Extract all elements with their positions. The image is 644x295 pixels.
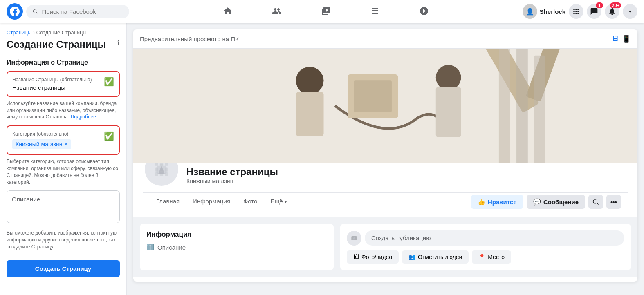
preview-header: Предварительный просмотр на ПК 🖥 📱 xyxy=(133,29,637,49)
preview-page-category: Книжный магазин xyxy=(186,178,628,184)
mobile-preview-icon[interactable]: 📱 xyxy=(622,34,631,43)
preview-content: Нзвание страницы Книжный магазин Главная… xyxy=(133,49,637,282)
thumbsup-icon: 👍 xyxy=(478,198,485,206)
photo-icon: 🖼 xyxy=(353,254,359,260)
category-remove-btn[interactable]: ✕ xyxy=(64,141,68,147)
notifications-btn[interactable]: 20+ xyxy=(605,4,619,19)
search-page-button[interactable] xyxy=(588,195,603,209)
category-check-icon: ✅ xyxy=(104,131,114,141)
preview-container: Предварительный просмотр на ПК 🖥 📱 xyxy=(133,29,637,282)
avatar: 👤 xyxy=(523,4,537,19)
nav-people-btn[interactable] xyxy=(254,2,300,21)
place-button[interactable]: 📍 Место xyxy=(472,250,511,264)
svg-point-11 xyxy=(436,65,461,90)
tag-people-button[interactable]: 👥 Отметить людей xyxy=(402,250,469,264)
cover-photo xyxy=(133,49,637,163)
category-tag[interactable]: Книжный магазин ✕ xyxy=(12,139,71,149)
preview-page-name: Нзвание страницы xyxy=(186,166,628,178)
svg-rect-13 xyxy=(499,49,510,163)
category-field-label: Категория (обязательно) xyxy=(12,131,114,137)
left-panel: Страницы › Создание Страницы Создание Ст… xyxy=(0,23,127,295)
search-box[interactable] xyxy=(26,5,129,18)
username-label: Sherlock xyxy=(540,8,565,15)
nav-video-btn[interactable] xyxy=(303,2,349,21)
svg-rect-14 xyxy=(516,49,528,163)
desktop-preview-icon[interactable]: 🖥 xyxy=(611,34,619,43)
page-title: Создание Страницы xyxy=(7,39,106,51)
breadcrumb: Страницы › Создание Страницы xyxy=(7,29,120,36)
apps-menu-btn[interactable] xyxy=(569,4,583,19)
nav-store-btn[interactable] xyxy=(352,2,398,21)
people-tag-icon: 👥 xyxy=(408,254,415,260)
info-card: Информация ℹ️ Описание xyxy=(140,224,334,270)
breadcrumb-pages-link[interactable]: Страницы xyxy=(7,29,31,36)
description-field[interactable]: Описание xyxy=(7,190,120,223)
tab-photos[interactable]: Фото xyxy=(237,193,264,211)
info-card-description-item: ℹ️ Описание xyxy=(146,244,327,251)
info-icon[interactable]: ℹ xyxy=(117,39,120,47)
tab-home[interactable]: Главная xyxy=(150,193,186,211)
messenger-btn[interactable]: 1 xyxy=(587,4,601,19)
like-button[interactable]: 👍 Нравится xyxy=(471,195,523,209)
post-card: Создать публикацию 🖼 Фото/видео 👥 Отмети… xyxy=(340,224,631,270)
page-tabs: Главная Информация Фото Ещё ▾ 👍 Нравится… xyxy=(143,192,628,211)
name-helper-text: Используйте название вашей компании, бре… xyxy=(7,100,120,121)
nav-groups-btn[interactable] xyxy=(401,2,447,21)
svg-rect-12 xyxy=(436,87,461,137)
category-helper-text: Выберите категорию, которая описывает ти… xyxy=(7,158,120,185)
messenger-small-icon: 💬 xyxy=(533,198,541,206)
svg-rect-8 xyxy=(296,92,324,136)
message-button[interactable]: 💬 Сообщение xyxy=(527,195,585,209)
section-title: Информация о Странице xyxy=(7,59,120,66)
top-navigation: 👤 Sherlock 1 20+ xyxy=(0,0,644,23)
location-icon: 📍 xyxy=(478,254,485,260)
svg-point-6 xyxy=(296,67,324,94)
photo-video-button[interactable]: 🖼 Фото/видео xyxy=(347,250,399,264)
tab-info[interactable]: Информация xyxy=(186,193,237,211)
post-input-placeholder[interactable]: Создать публикацию xyxy=(365,230,624,246)
svg-rect-15 xyxy=(534,56,545,163)
name-helper-link[interactable]: Подробнее xyxy=(71,114,96,120)
messenger-badge: 1 xyxy=(596,2,603,8)
nav-home-btn[interactable] xyxy=(205,2,251,21)
tab-more[interactable]: Ещё ▾ xyxy=(264,193,293,211)
breadcrumb-separator: › xyxy=(33,29,36,36)
name-field-value[interactable]: Нзвание страницы xyxy=(12,84,114,91)
more-options-button[interactable]: ••• xyxy=(606,195,621,209)
facebook-logo[interactable] xyxy=(7,3,23,20)
user-info[interactable]: 👤 Sherlock xyxy=(523,4,565,19)
svg-rect-10 xyxy=(354,80,391,112)
breadcrumb-current: Создание Страницы xyxy=(36,29,87,36)
create-page-button[interactable]: Создать Страницу xyxy=(7,260,120,277)
page-content-grid: Информация ℹ️ Описание Создать публика xyxy=(133,217,637,277)
info-circle-icon: ℹ️ xyxy=(146,244,154,251)
footer-helper-text: Вы сможете добавить изображения, контакт… xyxy=(7,230,120,250)
info-card-title: Информация xyxy=(146,230,327,239)
name-field-box: Название Страницы (обязательно) Нзвание … xyxy=(7,71,120,97)
preview-title: Предварительный просмотр на ПК xyxy=(140,36,239,42)
post-profile-pic-small xyxy=(347,231,361,246)
category-field-box: Категория (обязательно) Книжный магазин … xyxy=(7,125,120,155)
dropdown-btn[interactable] xyxy=(623,4,637,19)
search-icon xyxy=(33,8,38,15)
name-field-label: Название Страницы (обязательно) xyxy=(12,77,114,83)
search-input[interactable] xyxy=(42,8,123,15)
notifications-badge: 20+ xyxy=(610,2,621,8)
name-check-icon: ✅ xyxy=(104,77,114,87)
right-panel: Предварительный просмотр на ПК 🖥 📱 xyxy=(127,23,644,295)
